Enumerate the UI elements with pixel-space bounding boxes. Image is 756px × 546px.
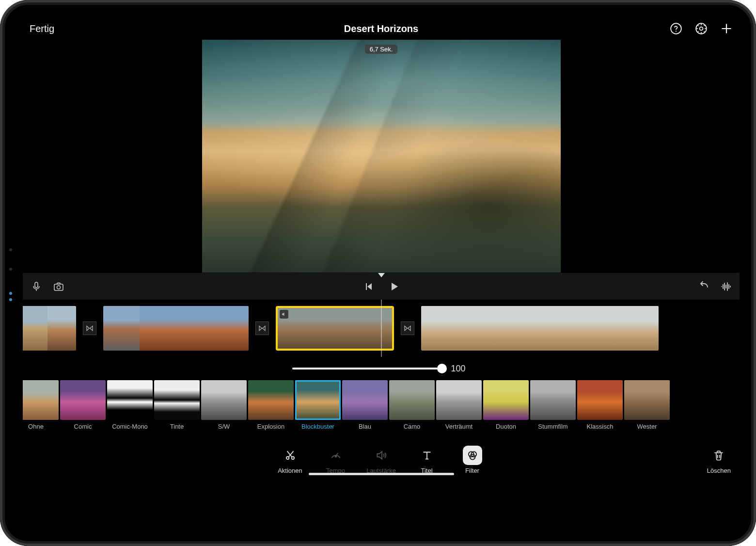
filter-comic[interactable]: Comic bbox=[60, 380, 106, 439]
filter-thumbnail bbox=[577, 380, 623, 420]
filter-none[interactable]: Ohne bbox=[23, 380, 59, 439]
mute-icon bbox=[280, 310, 288, 319]
filter-comic-mono[interactable]: Comic-Mono bbox=[107, 380, 153, 439]
skip-back-icon[interactable] bbox=[363, 281, 375, 292]
settings-icon[interactable] bbox=[695, 22, 708, 35]
filter-western[interactable]: Wester bbox=[624, 380, 670, 439]
timeline-clip[interactable] bbox=[23, 306, 76, 351]
volume-tool: Lautstärke bbox=[367, 446, 396, 474]
slider-thumb[interactable] bbox=[437, 364, 447, 373]
preview-viewer[interactable]: 6,7 Sek. bbox=[23, 40, 740, 273]
filter-intensity-row: 100 bbox=[23, 357, 740, 380]
filter-strip[interactable]: OhneComicComic-MonoTinteS/WExplosionBloc… bbox=[23, 380, 740, 439]
timeline-clip[interactable] bbox=[103, 306, 249, 351]
filter-label: Blockbuster bbox=[301, 423, 334, 430]
duration-badge: 6,7 Sek. bbox=[365, 45, 398, 54]
tool-label: Löschen bbox=[707, 467, 731, 474]
filter-thumbnail bbox=[60, 380, 106, 420]
svg-point-7 bbox=[286, 456, 288, 459]
filters-tool[interactable]: Filter bbox=[458, 446, 487, 474]
filter-bw[interactable]: S/W bbox=[201, 380, 247, 439]
transition-icon[interactable] bbox=[401, 321, 414, 335]
transition-icon[interactable] bbox=[83, 321, 96, 335]
filter-blockbuster[interactable]: Blockbuster bbox=[295, 380, 341, 439]
filter-thumbnail bbox=[248, 380, 294, 420]
filter-label: Ohne bbox=[28, 423, 44, 430]
speaker-icon bbox=[372, 446, 391, 465]
timeline-clip-selected[interactable] bbox=[276, 306, 394, 351]
trash-icon bbox=[709, 446, 728, 465]
voiceover-icon[interactable] bbox=[31, 281, 42, 292]
filter-classic[interactable]: Klassisch bbox=[577, 380, 623, 439]
camera-icon[interactable] bbox=[53, 281, 64, 292]
top-toolbar: Fertig Desert Horizons bbox=[23, 17, 740, 40]
filter-label: Comic bbox=[74, 423, 92, 430]
playhead-line[interactable] bbox=[381, 300, 382, 357]
intensity-slider[interactable] bbox=[292, 368, 442, 369]
undo-icon[interactable] bbox=[698, 281, 709, 292]
filter-thumbnail bbox=[389, 380, 435, 420]
filters-icon bbox=[463, 446, 482, 465]
filter-thumbnail bbox=[154, 380, 200, 420]
filter-label: Stummfilm bbox=[538, 423, 567, 430]
filter-thumbnail bbox=[624, 380, 670, 420]
speedometer-icon bbox=[326, 446, 346, 465]
filter-thumbnail bbox=[107, 380, 153, 420]
filter-label: Blau bbox=[359, 423, 371, 430]
filter-thumbnail bbox=[436, 380, 482, 420]
audio-waveform-icon[interactable] bbox=[720, 281, 732, 292]
play-icon[interactable] bbox=[388, 281, 400, 292]
transition-icon[interactable] bbox=[255, 321, 269, 335]
filter-label: Tinte bbox=[170, 423, 184, 430]
filter-label: Verträumt bbox=[445, 423, 472, 430]
done-button[interactable]: Fertig bbox=[30, 23, 54, 34]
filter-thumbnail bbox=[483, 380, 529, 420]
bottom-toolbar: Aktionen Tempo Lautstärke bbox=[23, 439, 740, 478]
help-icon[interactable] bbox=[670, 22, 682, 35]
filter-label: Camo bbox=[404, 423, 421, 430]
delete-button[interactable]: Löschen bbox=[707, 446, 731, 474]
filter-thumbnail bbox=[295, 380, 341, 420]
svg-point-8 bbox=[291, 456, 294, 459]
filter-label: Duoton bbox=[496, 423, 516, 430]
filter-camo[interactable]: Camo bbox=[389, 380, 435, 439]
scissors-icon bbox=[281, 446, 300, 465]
filter-label: Comic-Mono bbox=[112, 423, 148, 430]
filter-thumbnail bbox=[342, 380, 388, 420]
preview-frame: 6,7 Sek. bbox=[202, 40, 561, 273]
add-icon[interactable] bbox=[720, 22, 733, 35]
tool-label: Aktionen bbox=[278, 467, 302, 474]
svg-point-3 bbox=[700, 27, 703, 31]
filter-label: Wester bbox=[637, 423, 657, 430]
filter-thumbnail bbox=[530, 380, 576, 420]
svg-point-9 bbox=[335, 455, 336, 457]
svg-point-1 bbox=[676, 31, 677, 32]
home-indicator[interactable] bbox=[309, 473, 454, 475]
filter-silent[interactable]: Stummfilm bbox=[530, 380, 576, 439]
project-title: Desert Horizons bbox=[23, 23, 740, 34]
filter-thumbnail bbox=[23, 380, 59, 420]
filter-explosion[interactable]: Explosion bbox=[248, 380, 294, 439]
filter-blue[interactable]: Blau bbox=[342, 380, 388, 439]
timeline[interactable] bbox=[23, 300, 740, 357]
svg-rect-5 bbox=[54, 284, 63, 290]
tool-label: Filter bbox=[465, 467, 479, 474]
text-icon bbox=[417, 446, 437, 465]
filter-ink[interactable]: Tinte bbox=[154, 380, 200, 439]
filter-label: Klassisch bbox=[587, 423, 614, 430]
titles-tool[interactable]: Titel bbox=[412, 446, 441, 474]
actions-tool[interactable]: Aktionen bbox=[276, 446, 305, 474]
filter-duotone[interactable]: Duoton bbox=[483, 380, 529, 439]
filter-dreamy[interactable]: Verträumt bbox=[436, 380, 482, 439]
filter-label: S/W bbox=[218, 423, 230, 430]
timeline-clip[interactable] bbox=[421, 306, 659, 351]
playback-toolbar bbox=[23, 273, 740, 300]
filter-label: Explosion bbox=[257, 423, 284, 430]
svg-point-6 bbox=[57, 286, 61, 289]
intensity-value: 100 bbox=[451, 364, 471, 374]
svg-rect-4 bbox=[35, 282, 38, 288]
tempo-tool: Tempo bbox=[321, 446, 350, 474]
filter-thumbnail bbox=[201, 380, 247, 420]
